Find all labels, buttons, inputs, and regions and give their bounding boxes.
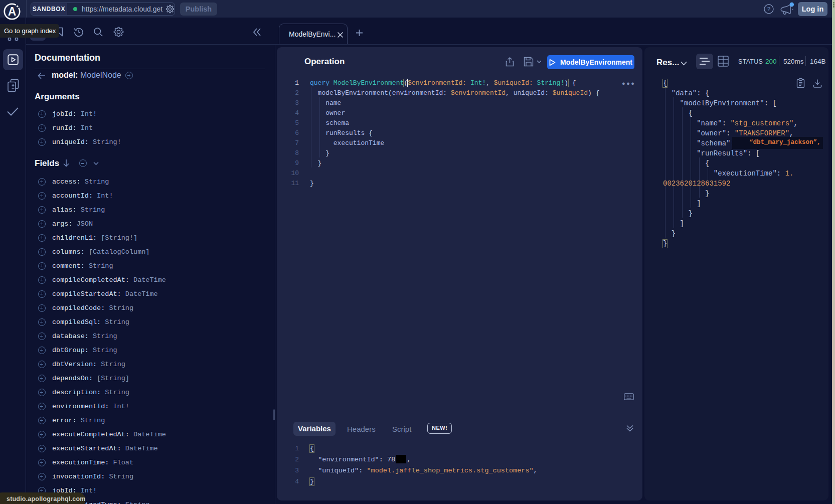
svg-text:?: ?: [767, 6, 770, 12]
svg-text:A: A: [8, 5, 17, 18]
